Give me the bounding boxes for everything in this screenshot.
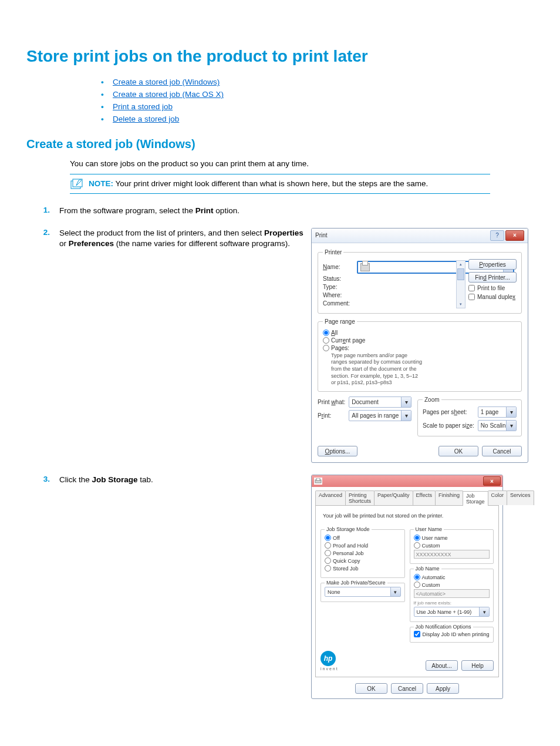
user-name-input: [414, 550, 490, 559]
toc-link-print[interactable]: Print a stored job: [113, 102, 173, 111]
printer-list-scrollbar[interactable]: ▴ ▾: [456, 260, 465, 308]
svg-rect-3: [316, 478, 320, 480]
props-apply-button[interactable]: Apply: [427, 683, 459, 694]
tab-services[interactable]: Services: [507, 490, 534, 505]
print-to-file-checkbox[interactable]: [468, 285, 475, 291]
step-1-number: 1.: [26, 206, 59, 214]
properties-tabs: Advanced Printing Shortcuts Paper/Qualit…: [315, 490, 499, 506]
type-label: Type:: [323, 284, 355, 290]
page-range-legend: Page range: [323, 318, 357, 325]
user-title: User Name: [414, 526, 444, 532]
note-icon: [70, 178, 84, 190]
tab-effects[interactable]: Effects: [413, 490, 436, 505]
page-range-fieldset: Page range All Current page Pages: Type …: [318, 318, 522, 392]
mode-off[interactable]: [325, 535, 331, 541]
printer-icon: [314, 478, 322, 485]
toc-link-mac[interactable]: Create a stored job (Mac OS X): [113, 90, 224, 99]
print-what-label: Print what:: [318, 399, 345, 405]
pages-per-sheet-select[interactable]: 1 page▾: [478, 406, 517, 418]
range-hint: Type page numbers and/or page ranges sep…: [331, 352, 517, 387]
job-custom-radio[interactable]: [414, 582, 420, 588]
mode-personal[interactable]: [325, 550, 331, 556]
ok-button[interactable]: OK: [438, 446, 478, 456]
props-ok-button[interactable]: OK: [355, 683, 387, 694]
mode-title: Job Storage Mode: [325, 526, 372, 532]
close-icon[interactable]: ×: [483, 476, 501, 486]
manual-duplex-label: Manual duplex: [477, 294, 515, 300]
help-icon[interactable]: ?: [490, 230, 504, 241]
radio-pages[interactable]: [323, 345, 329, 351]
radio-current[interactable]: [323, 337, 329, 344]
properties-dialog: × Advanced Printing Shortcuts Paper/Qual…: [311, 475, 503, 699]
tab-color[interactable]: Color: [488, 490, 508, 505]
intro-text: You can store jobs on the product so you…: [70, 159, 534, 168]
manual-duplex-checkbox[interactable]: [468, 294, 475, 300]
tab-advanced[interactable]: Advanced: [315, 490, 346, 505]
scale-label: Scale to paper size:: [423, 422, 474, 429]
tab-finishing[interactable]: Finishing: [435, 490, 463, 505]
tab-shortcuts[interactable]: Printing Shortcuts: [345, 490, 375, 505]
zoom-legend: Zoom: [423, 396, 441, 403]
job-auto-radio[interactable]: [414, 574, 420, 580]
about-button[interactable]: About...: [426, 660, 458, 671]
close-icon[interactable]: ×: [505, 230, 524, 241]
print-range-label: Print:: [318, 412, 345, 419]
note-text: NOTE: Your print driver might look diffe…: [89, 179, 428, 188]
cancel-button[interactable]: Cancel: [482, 446, 522, 456]
mode-stored[interactable]: [325, 565, 331, 572]
storage-note: Your job will be printed but not stored …: [323, 513, 494, 519]
step-3-number: 3.: [26, 475, 59, 483]
print-dialog-titlebar: Print ? ×: [312, 228, 528, 243]
comment-label: Comment:: [323, 300, 355, 307]
properties-titlebar: ×: [312, 475, 502, 487]
pages-per-sheet-label: Pages per sheet:: [423, 409, 474, 415]
step-3-text: Click the Job Storage tab.: [59, 475, 311, 485]
toc-link-windows[interactable]: Create a stored job (Windows): [113, 78, 220, 86]
section-heading: Create a stored job (Windows): [26, 137, 534, 151]
user-name-radio[interactable]: [414, 535, 420, 541]
hp-logo: hp: [321, 651, 336, 666]
mode-quick[interactable]: [325, 557, 331, 564]
print-what-select[interactable]: Document▾: [349, 396, 411, 408]
where-label: Where:: [323, 292, 355, 298]
print-dialog-title: Print: [315, 232, 328, 238]
tab-job-storage[interactable]: Job Storage: [463, 491, 488, 506]
printer-legend: Printer: [323, 249, 343, 256]
props-cancel-button[interactable]: Cancel: [391, 683, 423, 694]
help-button[interactable]: Help: [461, 660, 494, 671]
user-custom-radio[interactable]: [414, 542, 420, 549]
private-select[interactable]: None▾: [325, 587, 401, 597]
note-box: NOTE: Your print driver might look diffe…: [70, 174, 490, 194]
toc-link-delete[interactable]: Delete a stored job: [113, 115, 179, 123]
step-2-number: 2.: [26, 228, 59, 237]
name-label: Name:: [323, 264, 355, 270]
radio-pages-label: Pages:: [331, 345, 349, 351]
tab-paper-quality[interactable]: Paper/Quality: [374, 490, 413, 505]
username-group: User Name User name Custom: [410, 529, 494, 564]
job-exists-select[interactable]: Use Job Name + (1-99)▾: [414, 607, 490, 617]
page-title: Store print jobs on the product to print…: [26, 47, 534, 66]
scale-select[interactable]: No Scaling▾: [478, 420, 517, 431]
zoom-fieldset: Zoom Pages per sheet: 1 page▾ Scale to p…: [417, 396, 522, 436]
private-group: Make Job Private/Secure None▾: [321, 583, 405, 602]
mode-group: Job Storage Mode Off Proof and Hold Pers…: [321, 529, 405, 578]
status-label: Status:: [323, 275, 355, 282]
step-1-text: From the software program, select the Pr…: [59, 206, 311, 216]
properties-button[interactable]: Properties: [468, 259, 517, 270]
radio-all-label: All: [331, 330, 338, 336]
private-title: Make Job Private/Secure: [325, 580, 387, 586]
print-dialog: Print ? × Printer Name:: [311, 228, 528, 463]
step-2-text: Select the product from the list of prin…: [59, 228, 311, 249]
print-range-select[interactable]: All pages in range▾: [349, 410, 411, 421]
print-to-file-label: Print to file: [477, 285, 505, 291]
printer-fieldset: Printer Name: ▾ Status: Type: Where:: [318, 249, 522, 314]
options-button[interactable]: Options...: [318, 446, 357, 456]
notif-title: Job Notification Options: [414, 624, 473, 630]
mode-proof[interactable]: [325, 542, 331, 549]
display-job-id-checkbox[interactable]: [414, 631, 420, 637]
job-title: Job Name: [414, 566, 441, 572]
jobname-group: Job Name Automatic Custom If job name ex…: [410, 569, 494, 622]
find-printer-button[interactable]: Find Printer...: [468, 272, 517, 283]
radio-all[interactable]: [323, 330, 329, 336]
radio-current-label: Current page: [331, 337, 365, 344]
